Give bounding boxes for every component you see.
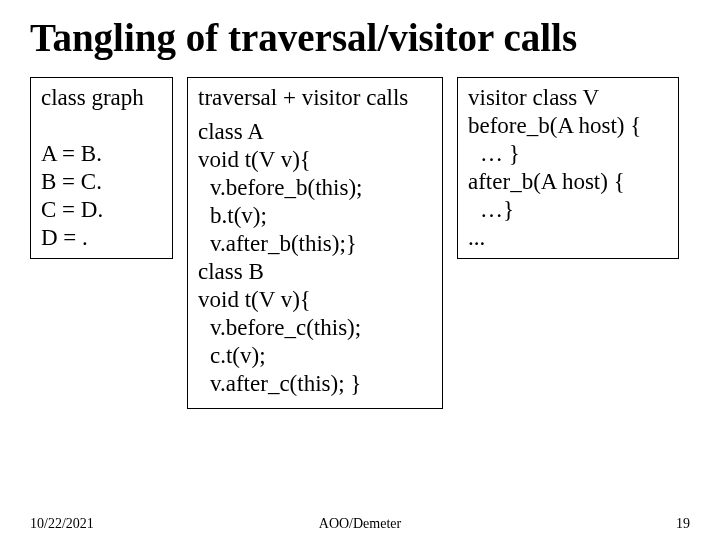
mid-line-4: b.t(v); xyxy=(198,202,432,230)
right-line-6: ... xyxy=(468,224,668,252)
left-line-2: B = C. xyxy=(41,168,162,196)
spacer xyxy=(41,118,162,140)
left-line-4: D = . xyxy=(41,224,162,252)
mid-line-1: class A xyxy=(198,118,432,146)
mid-line-6: class B xyxy=(198,258,432,286)
left-column: class graph A = B. B = C. C = D. D = . xyxy=(30,77,173,259)
slide: Tangling of traversal/visitor calls clas… xyxy=(0,0,720,540)
mid-line-8: v.before_c(this); xyxy=(198,314,432,342)
left-header: class graph xyxy=(41,84,162,112)
left-box: class graph A = B. B = C. C = D. D = . xyxy=(30,77,173,259)
middle-box: traversal + visitor calls class A void t… xyxy=(187,77,443,410)
right-line-4: after_b(A host) { xyxy=(468,168,668,196)
footer-center: AOO/Demeter xyxy=(30,516,690,532)
mid-line-10: v.after_c(this); } xyxy=(198,370,432,398)
right-line-1: visitor class V xyxy=(468,84,668,112)
right-box: visitor class V before_b(A host) { … } a… xyxy=(457,77,679,259)
right-column: visitor class V before_b(A host) { … } a… xyxy=(457,77,679,259)
right-line-3: … } xyxy=(468,140,668,168)
footer: 10/22/2021 AOO/Demeter 19 xyxy=(30,516,690,532)
right-line-2: before_b(A host) { xyxy=(468,112,668,140)
right-line-5: …} xyxy=(468,196,668,224)
mid-line-7: void t(V v){ xyxy=(198,286,432,314)
mid-line-9: c.t(v); xyxy=(198,342,432,370)
mid-line-5: v.after_b(this);} xyxy=(198,230,432,258)
middle-header: traversal + visitor calls xyxy=(198,84,432,112)
slide-title: Tangling of traversal/visitor calls xyxy=(30,18,690,59)
mid-line-2: void t(V v){ xyxy=(198,146,432,174)
left-line-3: C = D. xyxy=(41,196,162,224)
columns: class graph A = B. B = C. C = D. D = . t… xyxy=(30,77,690,410)
middle-column: traversal + visitor calls class A void t… xyxy=(187,77,443,410)
mid-line-3: v.before_b(this); xyxy=(198,174,432,202)
left-line-1: A = B. xyxy=(41,140,162,168)
